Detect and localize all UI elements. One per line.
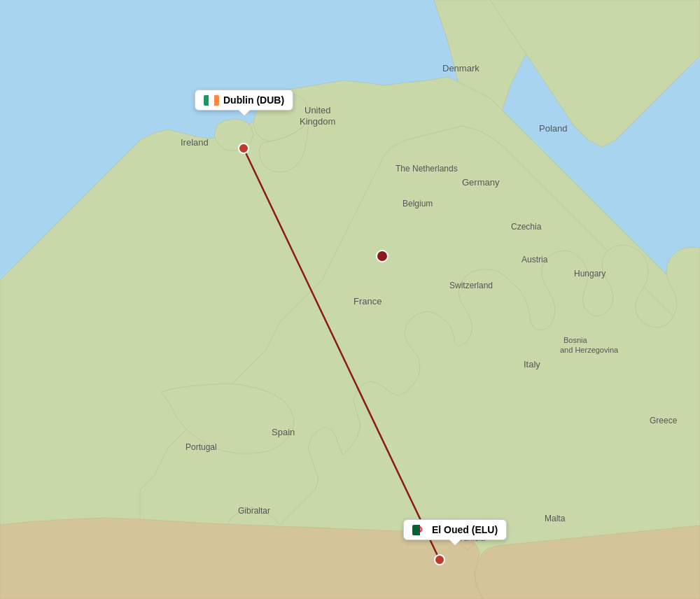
svg-text:Belgium: Belgium <box>402 199 433 209</box>
svg-point-2 <box>377 251 388 262</box>
svg-text:Bosnia: Bosnia <box>564 336 588 344</box>
svg-text:Portugal: Portugal <box>186 442 217 452</box>
svg-text:Switzerland: Switzerland <box>449 281 493 290</box>
svg-text:France: France <box>354 296 382 306</box>
svg-text:Hungary: Hungary <box>574 269 606 279</box>
algeria-flag-icon: ☽ <box>412 525 428 535</box>
map-container: Ireland United Kingdom The Netherlands B… <box>0 0 700 599</box>
ireland-flag-icon <box>204 95 219 106</box>
svg-text:Denmark: Denmark <box>442 63 479 73</box>
eloued-tooltip: ☽ El Oued (ELU) <box>403 519 507 540</box>
svg-text:United: United <box>304 105 331 115</box>
svg-text:Kingdom: Kingdom <box>300 116 335 127</box>
svg-text:Malta: Malta <box>545 514 566 523</box>
eloued-label: El Oued (ELU) <box>432 524 498 535</box>
dublin-tooltip: Dublin (DUB) <box>195 90 293 111</box>
svg-text:Gibraltar: Gibraltar <box>238 506 270 516</box>
svg-text:The Netherlands: The Netherlands <box>396 164 458 174</box>
svg-text:Germany: Germany <box>462 177 500 188</box>
svg-text:Greece: Greece <box>650 416 678 425</box>
svg-text:Italy: Italy <box>524 359 540 369</box>
svg-text:Czechia: Czechia <box>511 222 542 232</box>
svg-text:Poland: Poland <box>539 123 567 134</box>
svg-text:Spain: Spain <box>272 427 295 437</box>
svg-point-4 <box>435 555 444 565</box>
svg-point-3 <box>239 143 248 153</box>
svg-text:Ireland: Ireland <box>181 137 209 148</box>
svg-text:Austria: Austria <box>522 255 548 265</box>
svg-text:and Herzegovina: and Herzegovina <box>560 346 619 354</box>
dublin-label: Dublin (DUB) <box>223 94 284 106</box>
